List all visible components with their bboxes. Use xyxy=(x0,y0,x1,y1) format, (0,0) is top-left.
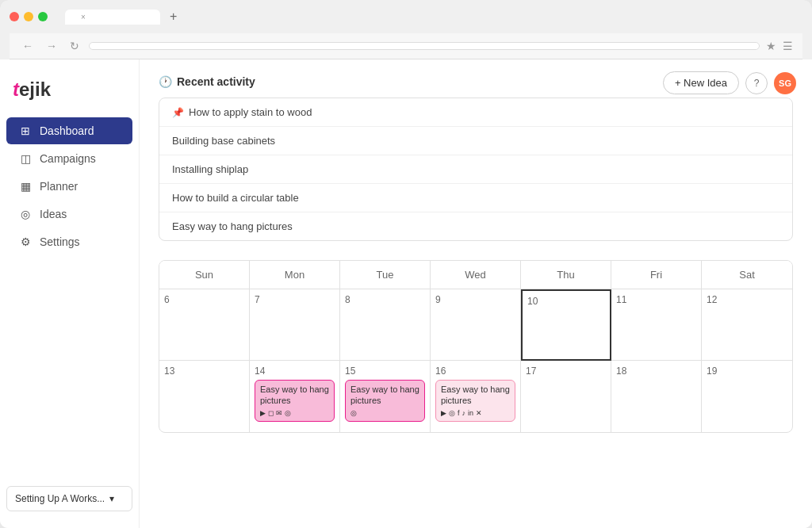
planner-icon: ▦ xyxy=(19,180,32,193)
instagram-icon: ◎ xyxy=(449,409,455,419)
ideas-icon: ◎ xyxy=(19,208,32,220)
event-16-title: Easy way to hang pictures xyxy=(441,384,510,407)
cal-header-sun: Sun xyxy=(159,261,250,289)
section-title-text: Recent activity xyxy=(177,75,255,88)
cal-date-10: 10 xyxy=(527,296,605,307)
logo-rest: ejik xyxy=(19,78,51,100)
new-idea-button[interactable]: + New Idea xyxy=(663,71,739,94)
pin-icon: 📌 xyxy=(172,107,184,118)
browser-titlebar: × + xyxy=(10,6,802,27)
workspace-label: Setting Up A Works... xyxy=(15,493,105,504)
cal-cell-16[interactable]: 16 Easy way to hang pictures ▶ ◎ f ♪ in … xyxy=(431,361,521,432)
cal-header-thu: Thu xyxy=(521,261,611,289)
clock-icon: 🕐 xyxy=(159,75,172,88)
app-wrapper: × + ← → ↻ ★ ☰ + New Idea ? SG xyxy=(0,0,812,528)
cal-date-16: 16 xyxy=(435,365,515,377)
cal-cell-7[interactable]: 7 xyxy=(250,289,340,361)
event-14-icons: ▶ ◻ ✉ ◎ xyxy=(260,409,329,419)
cal-cell-19[interactable]: 19 xyxy=(702,361,792,432)
help-button[interactable]: ? xyxy=(745,72,768,94)
activity-text-4: How to build a circular table xyxy=(172,192,299,204)
activity-item-2[interactable]: Building base cabinets xyxy=(159,127,792,155)
activity-text-2: Building base cabinets xyxy=(172,135,275,147)
event-16[interactable]: Easy way to hang pictures ▶ ◎ f ♪ in ✕ xyxy=(435,380,515,422)
sidebar-bottom: Setting Up A Works... ▾ xyxy=(0,480,139,518)
cal-cell-6[interactable]: 6 xyxy=(159,289,250,361)
tiktok-icon: ♪ xyxy=(462,409,466,419)
cal-cell-14[interactable]: 14 Easy way to hang pictures ▶ ◻ ✉ ◎ xyxy=(250,361,340,432)
event-15-title: Easy way to hang pictures xyxy=(350,384,419,407)
browser-tabs: × + xyxy=(65,6,183,27)
close-traffic-light[interactable] xyxy=(10,12,19,21)
header-actions: + New Idea ? SG xyxy=(663,71,796,94)
toolbar-actions: ★ ☰ xyxy=(766,40,793,52)
event-14-title: Easy way to hang pictures xyxy=(260,384,329,407)
active-tab[interactable]: × xyxy=(65,10,160,25)
activity-item-5[interactable]: Easy way to hang pictures xyxy=(159,212,792,240)
linkedin-icon: in xyxy=(468,409,473,419)
cal-header-fri: Fri xyxy=(611,261,702,289)
cal-cell-8[interactable]: 8 xyxy=(340,289,431,361)
cal-date-11: 11 xyxy=(616,294,696,305)
maximize-traffic-light[interactable] xyxy=(38,12,48,21)
cal-date-15: 15 xyxy=(345,365,425,377)
browser-body: + New Idea ? SG tejik ⊞ Dashboard xyxy=(0,59,812,528)
cal-cell-9[interactable]: 9 xyxy=(431,289,521,361)
dashboard-icon: ⊞ xyxy=(19,124,32,137)
cal-cell-15[interactable]: 15 Easy way to hang pictures ◎ xyxy=(340,361,431,432)
sidebar-label-dashboard: Dashboard xyxy=(40,124,94,137)
cal-cell-13[interactable]: 13 xyxy=(159,361,250,432)
cal-cell-10-today[interactable]: 10 xyxy=(521,289,611,361)
cal-header-sat: Sat xyxy=(702,261,792,289)
logo: tejik xyxy=(0,72,139,117)
menu-icon[interactable]: ☰ xyxy=(783,40,793,52)
address-bar[interactable] xyxy=(89,42,760,50)
tab-close-button[interactable]: × xyxy=(81,13,86,21)
calendar-week2: 13 14 Easy way to hang pictures ▶ ◻ ✉ ◎ xyxy=(159,361,792,432)
activity-item-1[interactable]: 📌 How to apply stain to wood xyxy=(159,98,792,127)
reload-button[interactable]: ↻ xyxy=(67,38,82,54)
activity-text-1: How to apply stain to wood xyxy=(189,106,312,118)
cal-cell-18[interactable]: 18 xyxy=(611,361,702,432)
cal-cell-12[interactable]: 12 xyxy=(702,289,792,361)
cal-date-19: 19 xyxy=(707,365,787,377)
sidebar-item-planner[interactable]: ▦ Planner xyxy=(6,173,132,200)
sidebar-label-settings: Settings xyxy=(40,235,80,248)
cal-cell-17[interactable]: 17 xyxy=(521,361,611,432)
logo-t: t xyxy=(13,78,19,100)
event-16-icons: ▶ ◎ f ♪ in ✕ xyxy=(441,409,510,419)
sidebar-label-planner: Planner xyxy=(40,180,78,193)
browser-toolbar: ← → ↻ ★ ☰ xyxy=(10,33,802,59)
cal-date-12: 12 xyxy=(707,294,787,305)
activity-item-4[interactable]: How to build a circular table xyxy=(159,184,792,212)
cal-date-14: 14 xyxy=(255,365,335,377)
avatar[interactable]: SG xyxy=(774,72,796,94)
sidebar-item-campaigns[interactable]: ◫ Campaigns xyxy=(6,145,132,172)
screen-icon: ◻ xyxy=(268,409,274,419)
sidebar-label-campaigns: Campaigns xyxy=(40,152,96,165)
minimize-traffic-light[interactable] xyxy=(24,12,33,21)
sidebar-item-ideas[interactable]: ◎ Ideas xyxy=(6,201,132,228)
campaigns-icon: ◫ xyxy=(19,152,32,165)
cal-date-6: 6 xyxy=(164,294,244,305)
sidebar-nav: ⊞ Dashboard ◫ Campaigns ▦ Planner ◎ Idea… xyxy=(0,117,139,256)
calendar-week1: 6 7 8 9 10 xyxy=(159,289,792,361)
cal-date-9: 9 xyxy=(435,294,515,305)
new-tab-button[interactable]: + xyxy=(163,6,183,27)
calendar-header: Sun Mon Tue Wed Thu Fri Sat xyxy=(159,261,792,289)
back-button[interactable]: ← xyxy=(19,38,36,54)
cal-cell-11[interactable]: 11 xyxy=(611,289,702,361)
chevron-down-icon: ▾ xyxy=(109,493,114,504)
sidebar-item-settings[interactable]: ⚙ Settings xyxy=(6,228,132,255)
activity-item-3[interactable]: Installing shiplap xyxy=(159,155,792,184)
event-14[interactable]: Easy way to hang pictures ▶ ◻ ✉ ◎ xyxy=(255,380,335,422)
forward-button[interactable]: → xyxy=(43,38,60,54)
bookmark-icon[interactable]: ★ xyxy=(766,40,776,52)
event-15[interactable]: Easy way to hang pictures ◎ xyxy=(345,380,425,422)
cal-date-18: 18 xyxy=(616,365,696,377)
sidebar: tejik ⊞ Dashboard ◫ Campaigns ▦ Planner xyxy=(0,59,140,528)
sidebar-item-dashboard[interactable]: ⊞ Dashboard xyxy=(6,117,132,144)
workspace-button[interactable]: Setting Up A Works... ▾ xyxy=(6,486,132,511)
calendar: Sun Mon Tue Wed Thu Fri Sat 6 xyxy=(159,260,793,433)
circle-icon: ◎ xyxy=(285,409,291,419)
